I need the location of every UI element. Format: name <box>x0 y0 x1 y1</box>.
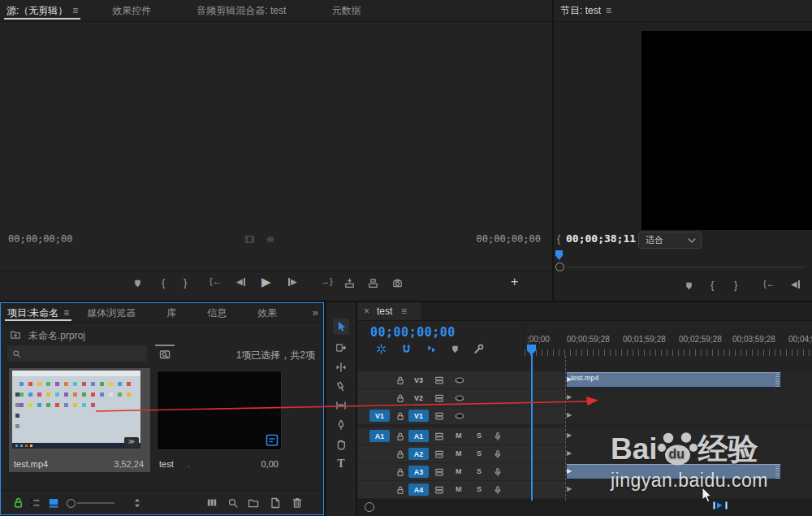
drag-audio-only-icon[interactable] <box>264 233 276 245</box>
timeline-clip-video[interactable]: test.mp4 <box>566 372 781 388</box>
project-item-test-sequence[interactable]: test . 0,00 <box>152 368 292 472</box>
mute-button[interactable]: M <box>456 431 462 440</box>
track-settings-icon[interactable] <box>434 449 445 460</box>
lock-icon[interactable] <box>395 449 406 460</box>
mark-out-icon[interactable]: } <box>734 280 737 290</box>
track-settings-icon[interactable] <box>434 375 445 386</box>
tab-audio-mixer[interactable]: 音频剪辑混合器: test <box>190 0 292 21</box>
snap-magnet-icon[interactable] <box>400 343 412 355</box>
clear-trash-icon[interactable] <box>291 496 304 509</box>
sort-icons-icon[interactable] <box>131 496 144 509</box>
track-collapse-arrow-icon[interactable]: ▶ <box>567 394 572 401</box>
lock-icon[interactable] <box>395 392 406 404</box>
tab-libraries[interactable]: 库 <box>160 303 183 323</box>
toggle-track-output-eye-icon[interactable] <box>454 392 465 404</box>
mark-in-icon[interactable]: { <box>710 280 714 290</box>
track-settings-icon[interactable] <box>434 392 445 404</box>
zoom-level-dropdown[interactable]: 适合 <box>638 232 702 249</box>
tab-info[interactable]: 信息 <box>201 303 233 323</box>
solo-button[interactable]: S <box>477 431 482 440</box>
track-settings-icon[interactable] <box>434 431 445 442</box>
sequence-thumbnail[interactable] <box>157 371 282 450</box>
track-collapse-arrow-icon[interactable]: ▶ <box>567 376 572 383</box>
find-in-bin-icon[interactable] <box>158 348 171 361</box>
voiceover-mic-icon[interactable] <box>492 449 503 460</box>
ripple-edit-tool[interactable] <box>333 359 349 375</box>
tab-metadata[interactable]: 元数据 <box>325 0 367 21</box>
clip-name[interactable]: test.mp4 <box>14 459 48 469</box>
find-icon[interactable] <box>227 496 240 509</box>
linked-selection-icon[interactable] <box>425 343 438 355</box>
clip-thumbnail[interactable]: ≫ <box>12 371 140 449</box>
timeline-settings-wrench-icon[interactable] <box>473 343 485 355</box>
lock-icon[interactable] <box>395 431 406 442</box>
goto-in-icon[interactable]: {← <box>763 280 775 288</box>
add-marker-icon[interactable] <box>450 344 460 355</box>
add-marker-icon[interactable] <box>132 278 143 289</box>
project-writable-lock-icon[interactable] <box>11 496 25 509</box>
target-track-v2[interactable]: V2 <box>408 392 429 404</box>
slip-tool[interactable] <box>333 397 349 414</box>
target-track-a3[interactable]: A3 <box>408 466 429 478</box>
tab-project[interactable]: 项目:未命名 ≡ <box>1 303 76 323</box>
nest-insert-toggle-icon[interactable] <box>375 343 387 355</box>
track-collapse-arrow-icon[interactable]: ▶ <box>567 468 572 475</box>
panel-overflow-icon[interactable]: » <box>313 306 318 319</box>
solo-button[interactable]: S <box>477 467 482 475</box>
panel-menu-icon[interactable]: ≡ <box>606 5 611 16</box>
goto-out-icon[interactable]: →} <box>321 277 333 286</box>
target-track-a1[interactable]: A1 <box>408 430 429 442</box>
panel-menu-icon[interactable]: ≡ <box>72 5 78 16</box>
thumbnail-zoom-slider[interactable] <box>77 502 114 504</box>
export-frame-icon[interactable] <box>391 277 404 289</box>
breadcrumb[interactable]: 未命名.prproj <box>28 329 85 343</box>
toggle-track-output-eye-icon[interactable] <box>454 375 465 386</box>
target-track-v1[interactable]: V1 <box>408 410 429 422</box>
target-track-a2[interactable]: A2 <box>408 448 429 460</box>
navigate-up-folder-icon[interactable] <box>9 328 22 340</box>
timeline-zoom-scroll-knob[interactable] <box>365 502 374 512</box>
selection-tool[interactable] <box>333 319 349 335</box>
tab-media-browser[interactable]: 媒体浏览器 <box>80 303 142 323</box>
mark-out-icon[interactable]: } <box>184 277 187 288</box>
hand-tool[interactable] <box>333 436 349 453</box>
source-patch-a1[interactable]: A1 <box>369 430 390 442</box>
track-v2-lane[interactable]: ▶ <box>564 389 812 406</box>
overwrite-icon[interactable] <box>367 277 379 289</box>
mute-button[interactable]: M <box>456 449 462 457</box>
new-bin-icon[interactable] <box>247 496 260 509</box>
thumbnail-zoom-knob[interactable] <box>67 499 76 508</box>
panel-menu-icon[interactable]: ≡ <box>63 307 69 319</box>
search-input[interactable] <box>7 345 147 362</box>
automate-to-sequence-icon[interactable] <box>205 496 218 509</box>
mute-button[interactable]: M <box>456 485 462 493</box>
track-collapse-arrow-icon[interactable]: ▶ <box>567 412 572 418</box>
solo-button[interactable]: S <box>477 449 482 457</box>
track-collapse-arrow-icon[interactable]: ▶ <box>567 486 572 492</box>
sequence-name[interactable]: test <box>159 459 174 469</box>
voiceover-mic-icon[interactable] <box>492 466 503 478</box>
tab-program[interactable]: 节目: test ≡ <box>554 0 618 21</box>
track-settings-icon[interactable] <box>434 410 445 422</box>
target-track-a4[interactable]: A4 <box>408 483 429 496</box>
tab-effects[interactable]: 效果 <box>251 303 283 323</box>
insert-icon[interactable] <box>343 277 356 289</box>
mark-in-icon[interactable]: { <box>162 277 165 288</box>
track-v3-lane[interactable]: ▶ test.mp4 <box>564 371 812 388</box>
voiceover-mic-icon[interactable] <box>492 484 503 496</box>
pen-tool[interactable] <box>333 417 349 433</box>
track-v1-lane[interactable]: ▶ <box>564 407 812 424</box>
step-forward-icon[interactable]: ▶ <box>288 278 297 286</box>
project-item-testmp4[interactable]: ≫ test.mp4 3,52,24 <box>9 368 150 472</box>
lock-icon[interactable] <box>395 375 406 386</box>
solo-button[interactable]: S <box>477 485 482 493</box>
close-icon[interactable]: × <box>364 306 369 317</box>
step-back-icon[interactable]: ◀ <box>791 280 800 288</box>
track-collapse-arrow-icon[interactable]: ▶ <box>567 432 572 439</box>
add-marker-icon[interactable] <box>684 280 694 292</box>
toggle-track-output-eye-icon[interactable] <box>454 410 465 422</box>
program-scrollbar-knob[interactable] <box>555 262 564 271</box>
voiceover-mic-icon[interactable] <box>492 431 503 442</box>
program-playhead-marker[interactable] <box>555 250 563 260</box>
icon-view-icon[interactable] <box>47 496 60 509</box>
